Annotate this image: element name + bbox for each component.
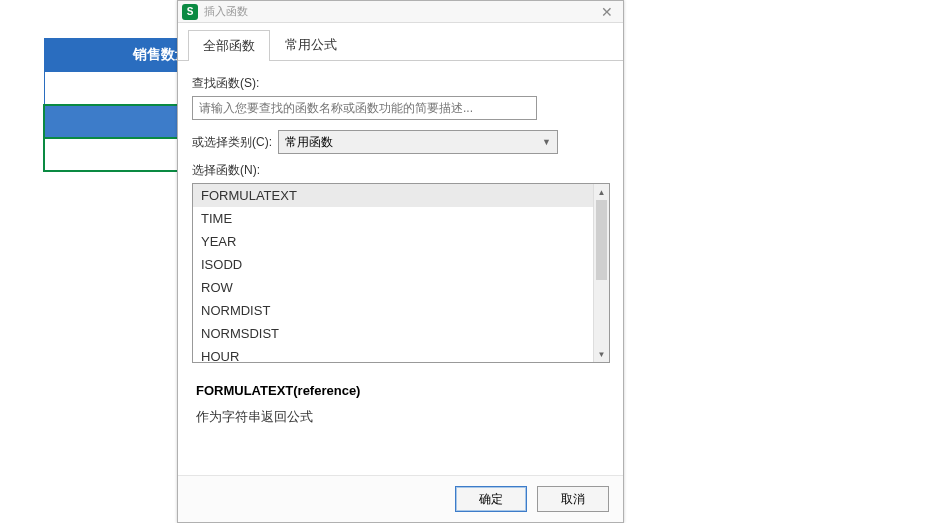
dialog-content: 查找函数(S): 或选择类别(C): 常用函数 ▼ 选择函数(N): FORMU…: [178, 61, 623, 426]
tabs: 全部函数 常用公式: [178, 23, 623, 61]
dialog-title: 插入函数: [204, 4, 595, 19]
function-list[interactable]: FORMULATEXT TIME YEAR ISODD ROW NORMDIST…: [193, 184, 593, 362]
function-signature: FORMULATEXT(reference): [196, 383, 609, 398]
scroll-track[interactable]: [594, 280, 609, 346]
list-item[interactable]: TIME: [193, 207, 593, 230]
button-bar: 确定 取消: [178, 475, 623, 522]
category-select[interactable]: 常用函数 ▼: [278, 130, 558, 154]
scroll-up-icon[interactable]: ▲: [594, 184, 609, 200]
insert-function-dialog: S 插入函数 ✕ 全部函数 常用公式 查找函数(S): 或选择类别(C): 常用…: [177, 0, 624, 523]
scroll-thumb[interactable]: [596, 200, 607, 280]
list-item[interactable]: ROW: [193, 276, 593, 299]
category-label: 或选择类别(C):: [192, 134, 272, 151]
app-icon: S: [182, 4, 198, 20]
titlebar: S 插入函数 ✕: [178, 1, 623, 23]
ok-button[interactable]: 确定: [455, 486, 527, 512]
list-item[interactable]: ISODD: [193, 253, 593, 276]
search-input[interactable]: [192, 96, 537, 120]
list-item[interactable]: NORMDIST: [193, 299, 593, 322]
list-item[interactable]: FORMULATEXT: [193, 184, 593, 207]
scrollbar[interactable]: ▲ ▼: [593, 184, 609, 362]
list-item[interactable]: HOUR: [193, 345, 593, 362]
tab-common-formulas[interactable]: 常用公式: [270, 29, 352, 60]
tab-all-functions[interactable]: 全部函数: [188, 30, 270, 61]
function-listbox: FORMULATEXT TIME YEAR ISODD ROW NORMDIST…: [192, 183, 610, 363]
search-label: 查找函数(S):: [192, 75, 609, 92]
cancel-button[interactable]: 取消: [537, 486, 609, 512]
list-item[interactable]: YEAR: [193, 230, 593, 253]
category-value: 常用函数: [285, 134, 333, 151]
list-label: 选择函数(N):: [192, 162, 609, 179]
scroll-down-icon[interactable]: ▼: [594, 346, 609, 362]
close-icon[interactable]: ✕: [595, 4, 619, 20]
function-description: 作为字符串返回公式: [196, 408, 609, 426]
list-item[interactable]: NORMSDIST: [193, 322, 593, 345]
chevron-down-icon: ▼: [542, 137, 551, 147]
